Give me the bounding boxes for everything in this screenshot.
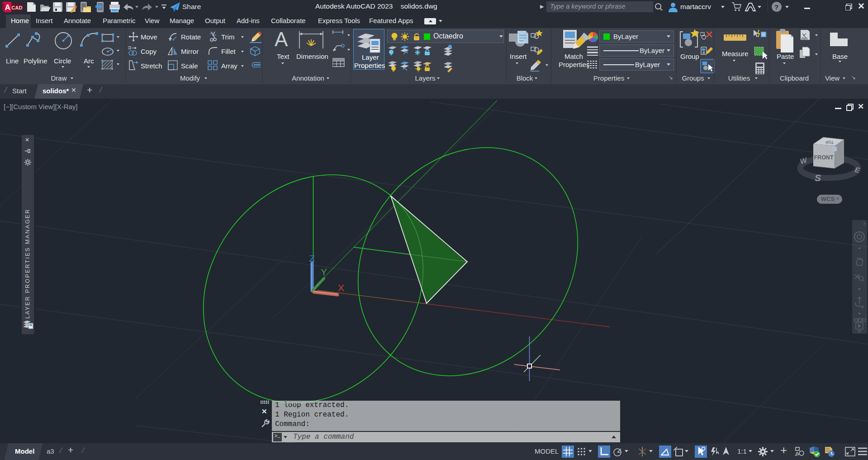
svg-text:A: A [5, 3, 10, 12]
svg-text:Y: Y [321, 267, 327, 277]
svg-text:TOP: TOP [825, 140, 834, 145]
svg-text:Z: Z [309, 253, 315, 264]
svg-text:×: × [863, 221, 866, 226]
svg-text:S: S [815, 172, 821, 183]
svg-text:CAD: CAD [12, 5, 23, 10]
svg-text:X: X [338, 283, 344, 293]
svg-text:⊖: ⊖ [858, 329, 861, 334]
svg-text:FRONT: FRONT [814, 154, 833, 161]
